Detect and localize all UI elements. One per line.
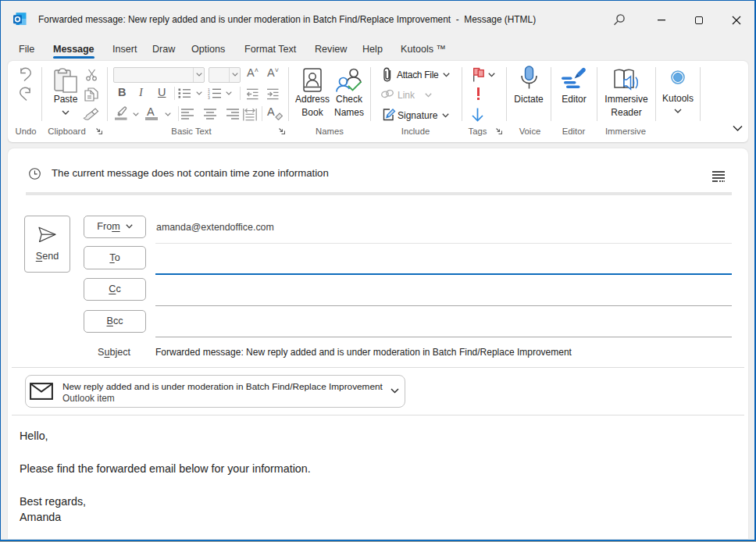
svg-text:3: 3	[208, 95, 210, 99]
